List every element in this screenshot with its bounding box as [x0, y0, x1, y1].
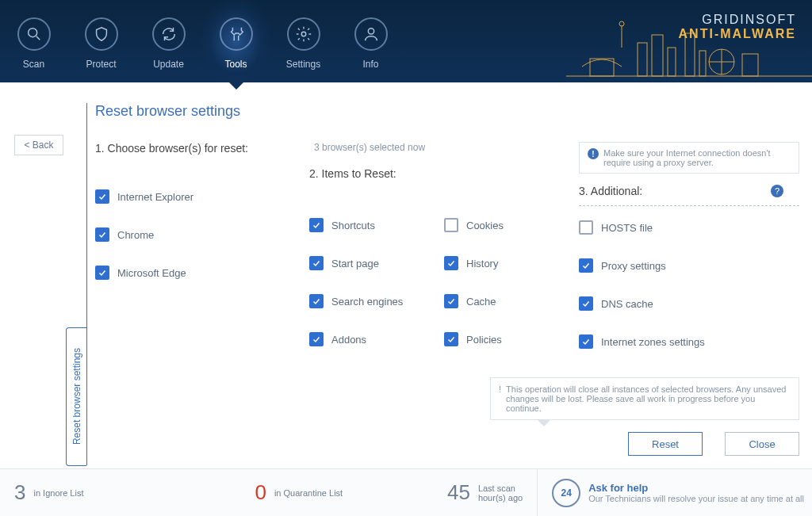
step1-column: 1. Choose browser(s) for reset: Internet…	[95, 142, 301, 349]
operation-warning: ! This operation will close all instance…	[490, 377, 799, 420]
browser-checkbox[interactable]: Internet Explorer	[95, 189, 301, 204]
step3-column: ! Make sure your Internet connection doe…	[579, 142, 812, 349]
checkbox-box	[309, 218, 324, 232]
gear-icon	[287, 17, 320, 51]
step2-title: 2. Items to Reset:	[309, 167, 571, 180]
svg-point-0	[28, 29, 36, 37]
refresh-icon	[152, 17, 186, 51]
reset-item-checkbox[interactable]: Start page	[309, 256, 436, 270]
checkbox-box	[579, 296, 593, 311]
svg-rect-15	[742, 54, 758, 76]
content-area: Reset browser settings 1. Choose browser…	[95, 103, 812, 349]
support-24-icon: 24	[552, 479, 580, 507]
checkbox-box	[444, 218, 458, 232]
checkbox-label: HOSTS file	[601, 222, 653, 234]
checkbox-label: Start page	[331, 258, 379, 269]
additional-item-checkbox[interactable]: HOSTS file	[579, 220, 799, 235]
top-nav: Scan Protect Update Tools Settings Info	[0, 0, 404, 82]
step1-title: 1. Choose browser(s) for reset:	[95, 142, 301, 155]
svg-rect-7	[638, 43, 647, 76]
reset-item-checkbox[interactable]: Cookies	[444, 218, 571, 232]
svg-rect-8	[652, 35, 663, 76]
svg-rect-11	[699, 51, 706, 76]
page-title: Reset browser settings	[95, 103, 812, 120]
nav-info[interactable]: Info	[337, 0, 404, 82]
shield-icon	[85, 17, 118, 51]
info-icon: !	[499, 384, 501, 413]
checkbox-box	[444, 294, 458, 308]
magnifier-icon	[17, 17, 51, 51]
checkbox-box	[579, 334, 593, 349]
notice-pointer	[538, 420, 550, 426]
additional-item-checkbox[interactable]: Internet zones settings	[579, 334, 799, 349]
checkbox-label: Addons	[331, 334, 366, 346]
svg-rect-6	[590, 59, 614, 76]
checkbox-label: Shortcuts	[331, 220, 375, 231]
checkbox-label: History	[466, 258, 498, 269]
close-button[interactable]: Close	[725, 432, 799, 456]
nav-settings[interactable]: Settings	[270, 0, 337, 82]
checkbox-label: Microsoft Edge	[117, 267, 186, 279]
svg-point-5	[368, 29, 373, 34]
reset-item-checkbox[interactable]: History	[444, 256, 571, 270]
checkbox-label: Internet Explorer	[117, 191, 193, 203]
last-scan-status[interactable]: 45 Last scan hour(s) ago	[433, 469, 537, 516]
app-header: Scan Protect Update Tools Settings Info …	[0, 0, 812, 82]
svg-line-1	[36, 36, 40, 40]
reset-item-checkbox[interactable]: Cache	[444, 294, 571, 308]
svg-point-16	[619, 21, 624, 26]
nav-scan[interactable]: Scan	[0, 0, 67, 82]
svg-point-4	[301, 32, 306, 36]
dashed-separator	[579, 205, 799, 206]
proxy-notice: ! Make sure your Internet connection doe…	[579, 142, 799, 174]
info-icon: !	[588, 148, 599, 159]
browser-checkbox[interactable]: Chrome	[95, 227, 301, 242]
tools-icon	[220, 17, 253, 51]
checkbox-box	[309, 332, 324, 346]
checkbox-box	[309, 294, 324, 308]
svg-rect-9	[668, 48, 676, 76]
checkbox-label: Policies	[466, 334, 502, 346]
ignore-list-status[interactable]: 3 in Ignore List	[0, 469, 98, 516]
checkbox-label: Cookies	[466, 220, 504, 231]
checkbox-box	[309, 256, 324, 270]
reset-item-checkbox[interactable]: Shortcuts	[309, 218, 436, 232]
help-icon[interactable]: ?	[771, 185, 783, 197]
nav-tools[interactable]: Tools	[202, 0, 270, 82]
back-button[interactable]: < Back	[14, 135, 63, 155]
checkbox-label: DNS cache	[601, 298, 653, 310]
nav-protect[interactable]: Protect	[67, 0, 135, 82]
brand: GRIDINSOFT ANTI-MALWARE	[679, 13, 796, 41]
checkbox-label: Cache	[466, 296, 496, 308]
reset-button[interactable]: Reset	[628, 432, 703, 456]
additional-item-checkbox[interactable]: DNS cache	[579, 296, 799, 311]
checkbox-label: Chrome	[117, 229, 154, 241]
checkbox-box	[579, 220, 593, 235]
selected-count: 3 browser(s) selected now	[309, 142, 571, 153]
person-icon	[354, 17, 388, 51]
nav-update[interactable]: Update	[135, 0, 202, 82]
svg-point-12	[709, 49, 734, 75]
reset-item-checkbox[interactable]: Policies	[444, 332, 571, 346]
reset-item-checkbox[interactable]: Addons	[309, 332, 436, 346]
additional-item-checkbox[interactable]: Proxy settings	[579, 258, 799, 273]
checkbox-label: Search engines	[331, 296, 403, 308]
checkbox-label: Proxy settings	[601, 260, 666, 272]
vertical-divider	[86, 103, 87, 465]
checkbox-label: Internet zones settings	[601, 336, 705, 348]
checkbox-box	[444, 332, 458, 346]
checkbox-box	[95, 227, 109, 242]
step2-column: 3 browser(s) selected now 2. Items to Re…	[309, 142, 571, 349]
checkbox-box	[444, 256, 458, 270]
vertical-tab-reset-browser[interactable]: Reset browser settings	[66, 327, 86, 466]
reset-item-checkbox[interactable]: Search engines	[309, 294, 436, 308]
checkbox-box	[579, 258, 593, 273]
operation-warning-wrap: ! This operation will close all instance…	[490, 377, 799, 426]
status-bar: 3 in Ignore List 0 in Quarantine List 45…	[0, 468, 812, 516]
quarantine-list-status[interactable]: 0 in Quarantine List	[240, 469, 357, 516]
browser-checkbox[interactable]: Microsoft Edge	[95, 266, 301, 280]
checkbox-box	[95, 266, 109, 280]
step3-title: 3. Additional:	[579, 185, 642, 197]
checkbox-box	[95, 189, 109, 204]
ask-for-help[interactable]: 24 Ask for help Our Technicians will res…	[537, 469, 812, 516]
